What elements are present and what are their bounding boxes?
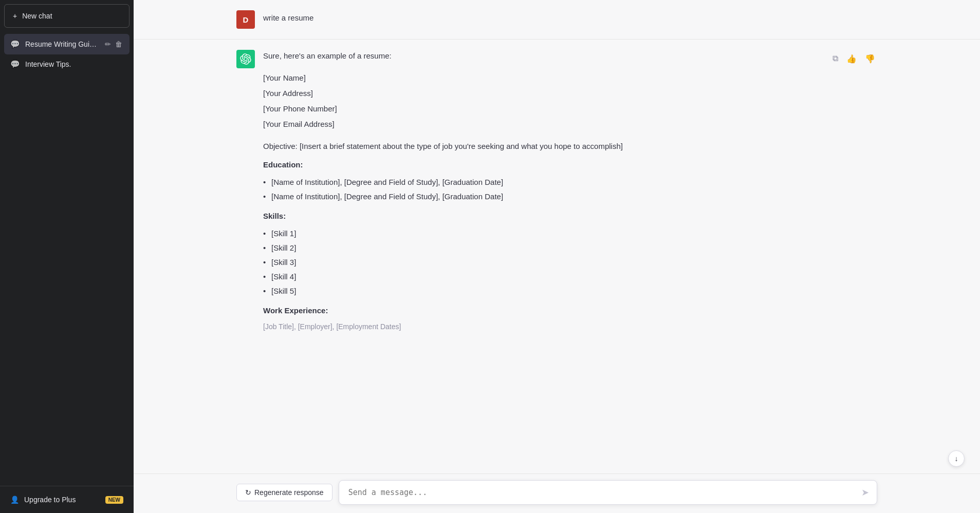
contact-email: [Your Email Address] bbox=[263, 117, 822, 132]
regenerate-button[interactable]: ↻ Regenerate response bbox=[236, 484, 332, 501]
thumbs-up-button[interactable]: 👍 bbox=[844, 52, 859, 66]
send-icon: ➤ bbox=[861, 487, 869, 498]
objective-label: Objective: [Insert a brief statement abo… bbox=[263, 140, 822, 153]
user-avatar: D bbox=[236, 10, 255, 29]
scroll-down-icon: ↓ bbox=[955, 454, 958, 463]
skills-list: [Skill 1] [Skill 2] [Skill 3] [Skill 4] … bbox=[263, 226, 822, 298]
list-item: [Skill 2] bbox=[263, 241, 822, 255]
sidebar-item-interview-tips[interactable]: 💬 Interview Tips. bbox=[4, 54, 130, 74]
copy-button[interactable]: ⧉ bbox=[830, 52, 840, 65]
list-item: [Skill 3] bbox=[263, 255, 822, 270]
contact-address: [Your Address] bbox=[263, 86, 822, 101]
chat-item-actions: ✏ 🗑 bbox=[104, 39, 123, 49]
new-badge: NEW bbox=[105, 496, 123, 504]
main-content: D write a resume Sure, here's an example… bbox=[134, 0, 980, 513]
bottom-input-area: ↻ Regenerate response ➤ bbox=[134, 473, 980, 513]
list-item: [Skill 1] bbox=[263, 226, 822, 241]
thumbs-down-button[interactable]: 👎 bbox=[863, 52, 877, 66]
user-icon: 👤 bbox=[10, 496, 19, 504]
chat-icon: 💬 bbox=[10, 60, 20, 69]
user-message-area: D write a resume bbox=[134, 0, 980, 40]
thumbs-up-icon: 👍 bbox=[846, 54, 857, 63]
chat-content: D write a resume Sure, here's an example… bbox=[134, 0, 980, 473]
work-partial: [Job Title], [Employer], [Employment Dat… bbox=[263, 321, 822, 332]
resume-contact: [Your Name] [Your Address] [Your Phone N… bbox=[263, 70, 822, 132]
user-message-text: write a resume bbox=[263, 10, 313, 22]
ai-message-body: Sure, here's an example of a resume: [Yo… bbox=[263, 50, 822, 332]
delete-chat-button[interactable]: 🗑 bbox=[114, 39, 123, 49]
chat-icon: 💬 bbox=[10, 40, 20, 49]
message-input-container: ➤ bbox=[339, 480, 877, 505]
list-item: [Name of Institution], [Degree and Field… bbox=[263, 189, 822, 204]
chat-item-label: Resume Writing Guide. bbox=[25, 40, 99, 48]
copy-icon: ⧉ bbox=[833, 54, 838, 63]
scroll-down-button[interactable]: ↓ bbox=[948, 450, 965, 467]
contact-name: [Your Name] bbox=[263, 70, 822, 86]
chatgpt-logo-icon bbox=[240, 53, 251, 65]
upgrade-to-plus-button[interactable]: 👤 Upgrade to Plus NEW bbox=[4, 490, 130, 509]
skills-label: Skills: bbox=[263, 210, 822, 222]
new-chat-button[interactable]: + New chat bbox=[4, 4, 130, 28]
education-list: [Name of Institution], [Degree and Field… bbox=[263, 175, 822, 204]
plus-icon: + bbox=[13, 12, 17, 20]
contact-phone: [Your Phone Number] bbox=[263, 101, 822, 117]
thumbs-down-icon: 👎 bbox=[865, 54, 875, 63]
new-chat-label: New chat bbox=[22, 12, 52, 20]
list-item: [Skill 5] bbox=[263, 284, 822, 298]
chatgpt-avatar bbox=[236, 50, 255, 68]
regenerate-label: Regenerate response bbox=[254, 488, 324, 497]
work-label: Work Experience: bbox=[263, 305, 822, 317]
edit-chat-button[interactable]: ✏ bbox=[104, 39, 112, 49]
sidebar-item-resume-writing[interactable]: 💬 Resume Writing Guide. ✏ 🗑 bbox=[4, 34, 130, 54]
work-section: Work Experience: [Job Title], [Employer]… bbox=[263, 305, 822, 332]
chat-history: 💬 Resume Writing Guide. ✏ 🗑 💬 Interview … bbox=[0, 32, 134, 486]
list-item: [Skill 4] bbox=[263, 270, 822, 284]
sidebar-footer: 👤 Upgrade to Plus NEW bbox=[0, 486, 134, 513]
sidebar: + New chat 💬 Resume Writing Guide. ✏ 🗑 💬… bbox=[0, 0, 134, 513]
ai-response-intro: Sure, here's an example of a resume: bbox=[263, 50, 822, 62]
ai-response-area: Sure, here's an example of a resume: [Yo… bbox=[134, 40, 980, 473]
regenerate-icon: ↻ bbox=[245, 488, 251, 497]
upgrade-label: Upgrade to Plus bbox=[24, 496, 76, 504]
message-input[interactable] bbox=[339, 480, 877, 505]
send-button[interactable]: ➤ bbox=[859, 485, 871, 500]
ai-message-actions: ⧉ 👍 👎 bbox=[830, 50, 877, 66]
chat-item-label: Interview Tips. bbox=[25, 60, 123, 68]
list-item: [Name of Institution], [Degree and Field… bbox=[263, 175, 822, 189]
education-label: Education: bbox=[263, 159, 822, 171]
